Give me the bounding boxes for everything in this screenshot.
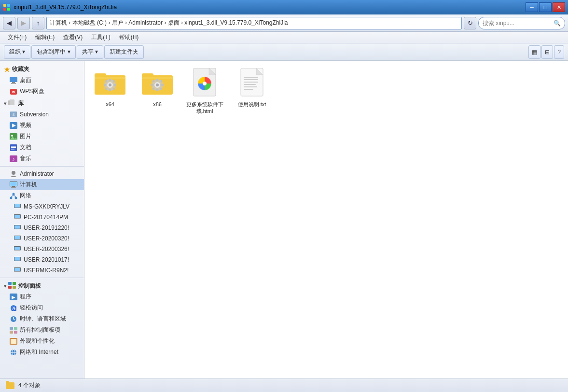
svg-point-87 xyxy=(156,84,159,86)
sidebar-item-music[interactable]: ♪ 音乐 xyxy=(0,153,84,164)
network-internet-icon xyxy=(10,349,17,356)
main-area: ★ 收藏夹 桌面 W WPS网盘 ▾ 库 S Subver xyxy=(0,61,568,378)
sidebar-item-admin[interactable]: Administrator xyxy=(0,168,84,179)
svg-text:W: W xyxy=(12,90,15,94)
sidebar-item-pc-2017[interactable]: PC-20170414PM xyxy=(0,212,84,223)
svg-rect-5 xyxy=(12,82,15,83)
sidebar-doc-label: 文档 xyxy=(20,143,31,152)
svg-point-73 xyxy=(109,84,111,86)
menu-edit[interactable]: 编辑(E) xyxy=(31,32,58,42)
minimize-button[interactable]: ─ xyxy=(526,2,538,12)
back-button[interactable]: ◀ xyxy=(3,17,15,29)
sidebar-pc2017-label: PC-20170414PM xyxy=(24,214,68,221)
title-bar-left: xinput1_3.dll_V9.15.779.0_XiTongZhiJia xyxy=(3,3,117,11)
svg-rect-105 xyxy=(244,79,258,80)
help-button[interactable]: ? xyxy=(554,45,564,59)
svg-rect-41 xyxy=(14,236,20,239)
sidebar-admin-label: Administrator xyxy=(20,170,54,177)
sidebar-item-computer[interactable]: 计算机 xyxy=(0,179,84,190)
view-split-button[interactable]: ⊟ xyxy=(541,45,553,59)
sidebar-item-clock-lang[interactable]: 时钟、语言和区域 xyxy=(0,313,84,324)
programs-icon: ▶ xyxy=(10,293,17,301)
sidebar-favorites-header[interactable]: ★ 收藏夹 xyxy=(0,64,84,75)
svg-point-100 xyxy=(203,82,207,85)
network-pc-icon-4 xyxy=(14,235,21,242)
sidebar-item-programs[interactable]: ▶ 程序 xyxy=(0,291,84,302)
organize-button[interactable]: 组织 ▾ xyxy=(4,45,30,59)
sidebar-control-panel-header[interactable]: ▾ 控制面板 xyxy=(0,280,84,291)
sidebar-item-usermic[interactable]: USERMIC-R9N2! xyxy=(0,265,84,276)
network-pc-icon-5 xyxy=(14,245,21,253)
menu-file[interactable]: 文件(F) xyxy=(4,32,30,42)
sidebar-item-desktop[interactable]: 桌面 xyxy=(0,75,84,86)
sidebar-item-user-20201017[interactable]: USER-20201017! xyxy=(0,254,84,265)
sidebar-item-user-2019[interactable]: USER-20191220! xyxy=(0,223,84,233)
sidebar-item-subversion[interactable]: S Subversion xyxy=(0,109,84,120)
title-controls: ─ □ ✕ xyxy=(526,2,565,12)
sidebar-item-appearance[interactable]: 外观和个性化 xyxy=(0,336,84,347)
sidebar-divider-1 xyxy=(0,166,84,167)
sidebar-item-user-20200326[interactable]: USER-20200326! xyxy=(0,244,84,254)
address-bar[interactable]: 计算机 › 本地磁盘 (C:) › 用户 › Administrator › 桌… xyxy=(46,17,462,29)
search-input[interactable] xyxy=(483,20,552,27)
up-button[interactable]: ↑ xyxy=(32,17,44,29)
sidebar-item-video[interactable]: 视频 xyxy=(0,120,84,131)
sidebar-item-ms-gxk[interactable]: MS-GXKIXRYJLV xyxy=(0,201,84,212)
sidebar-item-user-20200320[interactable]: USER-20200320! xyxy=(0,233,84,244)
video-icon xyxy=(10,122,17,129)
svg-line-33 xyxy=(14,195,16,197)
file-item-html[interactable]: 更多系统软件下载.html xyxy=(183,65,226,118)
svg-point-16 xyxy=(11,135,13,137)
sidebar-library-header[interactable]: ▾ 库 xyxy=(0,98,84,109)
txt-file-icon xyxy=(236,68,267,99)
share-button[interactable]: 共享 ▾ xyxy=(77,45,103,59)
menu-tools[interactable]: 工具(T) xyxy=(87,32,114,42)
sidebar-wps-label: WPS网盘 xyxy=(20,87,44,96)
svg-rect-35 xyxy=(14,204,20,208)
add-to-library-button[interactable]: 包含到库中 ▾ xyxy=(31,45,75,59)
file-item-txt[interactable]: 使用说明.txt xyxy=(230,65,274,118)
computer-icon xyxy=(10,181,17,189)
svg-rect-89 xyxy=(156,89,158,91)
svg-rect-47 xyxy=(14,268,20,271)
sidebar-item-wps[interactable]: W WPS网盘 xyxy=(0,86,84,97)
view-icon-button[interactable]: ▦ xyxy=(528,45,540,59)
sidebar-item-all-control[interactable]: 所有控制面板项 xyxy=(0,324,84,336)
file-item-x64[interactable]: x64 xyxy=(88,65,132,118)
window-icon xyxy=(3,3,11,11)
sidebar-easy-access-label: 轻松访问 xyxy=(20,304,43,312)
sidebar-computer-label: 计算机 xyxy=(20,181,37,189)
sidebar-subversion-label: Subversion xyxy=(20,111,49,118)
html-label: 更多系统软件下载.html xyxy=(185,101,224,115)
sidebar-user20201017-label: USER-20201017! xyxy=(24,256,69,263)
sidebar-item-network[interactable]: 网络 xyxy=(0,190,84,201)
sidebar-programs-label: 程序 xyxy=(20,293,31,301)
forward-button[interactable]: ▶ xyxy=(17,17,30,29)
svg-rect-4 xyxy=(10,77,17,82)
html-file-icon xyxy=(189,68,220,99)
sidebar-favorites-label: 收藏夹 xyxy=(12,65,29,73)
svg-rect-109 xyxy=(244,89,253,90)
search-container: 🔍 xyxy=(478,17,565,29)
refresh-button[interactable]: ↻ xyxy=(464,17,476,29)
sidebar-item-doc[interactable]: 文档 xyxy=(0,142,84,153)
file-item-x86[interactable]: x86 xyxy=(136,65,179,118)
all-control-icon xyxy=(10,326,17,334)
sidebar-user20200326-label: USER-20200326! xyxy=(24,246,69,252)
svg-rect-107 xyxy=(244,84,256,85)
sidebar-all-control-label: 所有控制面板项 xyxy=(20,326,60,334)
menu-help[interactable]: 帮助(H) xyxy=(115,32,143,42)
close-button[interactable]: ✕ xyxy=(553,2,565,12)
menu-view[interactable]: 查看(V) xyxy=(59,32,86,42)
svg-rect-0 xyxy=(3,4,6,7)
svg-rect-50 xyxy=(8,286,12,289)
sidebar-item-network-internet[interactable]: 网络和 Internet xyxy=(0,347,84,358)
sidebar-item-image[interactable]: 图片 xyxy=(0,131,84,142)
toolbar: 组织 ▾ 包含到库中 ▾ 共享 ▾ 新建文件夹 ▦ ⊟ ? xyxy=(0,43,568,61)
sidebar-network-label: 网络 xyxy=(20,192,31,200)
sidebar-item-easy-access[interactable]: ♿ 轻松访问 xyxy=(0,302,84,313)
navigation-bar: ◀ ▶ ↑ 计算机 › 本地磁盘 (C:) › 用户 › Administrat… xyxy=(0,14,568,32)
maximize-button[interactable]: □ xyxy=(539,2,552,12)
new-folder-button[interactable]: 新建文件夹 xyxy=(104,45,144,59)
svg-rect-2 xyxy=(3,8,6,11)
